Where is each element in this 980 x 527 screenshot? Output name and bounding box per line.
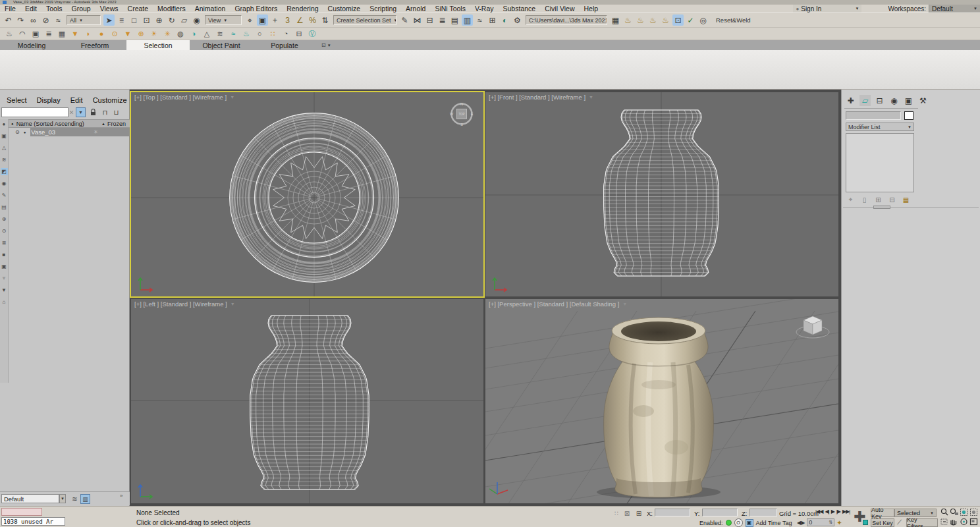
toggle-ribbon-icon[interactable]: ▤ (449, 14, 460, 26)
display-hidden-icon[interactable]: ▣ (1, 263, 8, 270)
select-object-icon[interactable]: ➤ (103, 14, 115, 26)
viewport-filter-icon[interactable]: ▼ (589, 95, 593, 99)
curve-editor-icon[interactable]: ≈ (474, 14, 485, 26)
go-to-start-button[interactable]: |◀◀ (815, 509, 823, 514)
viewcube-compass[interactable]: TOP N E S W (450, 102, 474, 126)
show-end-result-icon[interactable]: ▯ (859, 195, 869, 204)
lock-icon[interactable] (88, 107, 98, 117)
vray-sphere-icon[interactable]: ◑ (188, 29, 199, 39)
new-key-filter-icon[interactable]: ⟋ (897, 518, 902, 526)
frozen-column-header[interactable]: Frozen (107, 121, 126, 127)
pin-stack-icon[interactable]: ⌖ (846, 195, 856, 204)
orbit-icon[interactable] (961, 519, 967, 525)
spinner-icon[interactable]: ⇅ (829, 520, 832, 525)
vray-mountain-icon[interactable]: △ (202, 29, 212, 39)
layer-selector[interactable]: Default (1, 494, 59, 503)
menu-item[interactable]: Graph Editors (230, 5, 282, 13)
display-containers-icon[interactable]: ≣ (1, 239, 8, 246)
menu-item[interactable]: Customize (323, 5, 366, 13)
mirror-icon[interactable]: ⋈ (412, 14, 423, 26)
schematic-view-icon[interactable]: ⊞ (487, 14, 498, 26)
select-scale-icon[interactable]: ▱ (178, 14, 190, 26)
layer-selector-button[interactable]: ▼ (59, 494, 66, 503)
y-coordinate-field[interactable] (702, 509, 738, 516)
material-editor-icon[interactable]: ◐ (499, 14, 510, 26)
render-iterative-icon[interactable]: ♨ (635, 14, 646, 26)
menu-item[interactable]: Views (95, 5, 123, 13)
render-setup-icon[interactable]: ⚙ (512, 14, 523, 26)
modifier-stack[interactable] (846, 133, 914, 192)
next-frame-button[interactable]: |▶ (836, 509, 840, 514)
explorer-search-input[interactable] (1, 107, 68, 117)
filter-funnel-icon[interactable]: ▼ (1, 287, 8, 294)
selection-filter-dropdown[interactable]: All▼ (67, 15, 101, 25)
z-coordinate-field[interactable] (749, 509, 777, 516)
reset-weld-button[interactable]: Reset&Weld (716, 16, 751, 24)
menu-item[interactable]: Arnold (401, 5, 430, 13)
maxscript-mini-listener[interactable] (1, 508, 42, 516)
maxscript-listener-line[interactable]: 1038 unused Ar (1, 517, 65, 526)
make-unique-icon[interactable]: ⊞ (873, 195, 883, 204)
select-rotate-icon[interactable]: ↻ (166, 14, 177, 26)
display-tab-icon[interactable]: ▣ (903, 95, 914, 106)
selection-lock-icon[interactable]: ⊠ (622, 509, 632, 518)
menu-item[interactable]: Help (579, 5, 603, 13)
menu-item[interactable]: Civil View (540, 5, 579, 13)
filter-funnel-icon[interactable]: ▼ (76, 107, 86, 117)
viewport-label-left[interactable]: [+] [Left ] [Standard ] [Wireframe ] ▼ (134, 300, 235, 308)
maximize-viewport-icon[interactable] (971, 519, 977, 525)
vray-sky-icon[interactable]: ✳ (162, 29, 173, 39)
pan-hand-icon[interactable] (951, 520, 957, 525)
chevrons-more-icon[interactable]: » (120, 493, 122, 499)
viewport-filter-icon[interactable]: ▼ (231, 302, 235, 306)
vray-light-sphere-icon[interactable]: ● (96, 29, 107, 39)
review-check-icon[interactable]: ✓ (685, 14, 696, 26)
vray-v-icon[interactable]: Ⓥ (307, 29, 317, 39)
select-by-name-icon[interactable]: ≡ (116, 14, 127, 26)
remove-modifier-icon[interactable]: ⊟ (887, 195, 897, 204)
panel-splitter[interactable] (843, 208, 979, 208)
select-move-icon[interactable]: ⊕ (153, 14, 165, 26)
x-coordinate-field[interactable] (655, 509, 690, 516)
menu-item[interactable]: V-Ray (470, 5, 499, 13)
visibility-eye-icon[interactable]: ⊙ (15, 129, 20, 135)
display-cameras-icon[interactable]: ◩ (1, 168, 8, 175)
display-lights-icon[interactable]: ≋ (1, 156, 8, 163)
select-link-icon[interactable]: ∞ (28, 14, 39, 26)
scene-explorer-icon[interactable]: ▥ (462, 14, 473, 26)
explorer-menu-item[interactable]: Select (7, 96, 27, 104)
workspace-dropdown[interactable]: Default ▼ (929, 5, 980, 13)
hierarchy-tab-icon[interactable]: ⊟ (874, 95, 885, 106)
frame-arrows-icon[interactable]: ◀▶ (797, 520, 805, 526)
menu-item[interactable]: Edit (20, 5, 41, 13)
vase-3d-model[interactable] (597, 318, 721, 499)
snap-3d-icon[interactable]: 3 (282, 14, 293, 26)
viewport-filter-icon[interactable]: ▼ (230, 95, 234, 99)
rendered-frame-icon[interactable]: ▦ (610, 14, 621, 26)
menu-item[interactable]: Tools (41, 5, 67, 13)
viewport-label-perspective[interactable]: [+] [Perspective ] [Standard ] [Default … (489, 300, 627, 308)
vray-light-dome-icon[interactable]: ◗ (83, 29, 94, 39)
menu-item[interactable]: Rendering (282, 5, 323, 13)
o-toggle[interactable]: O (734, 518, 743, 527)
menu-item[interactable]: Scripting (365, 5, 401, 13)
window-crossing-icon[interactable]: ⊡ (141, 14, 152, 26)
viewport-label-front[interactable]: [+] [Front ] [Standard ] [Wireframe ] ▼ (489, 94, 593, 101)
explorer-menu-item[interactable]: Edit (70, 96, 83, 104)
select-manipulate-icon[interactable]: + (269, 14, 281, 26)
frozen-snowflake-icon[interactable]: ✳ (94, 129, 98, 135)
configure-modifier-sets-icon[interactable]: ▦ (901, 195, 911, 204)
selection-set-dropdown[interactable]: Create Selection Set▼ (333, 15, 396, 25)
render-preset-icon[interactable]: ♨ (647, 14, 659, 26)
vray-p-icon[interactable]: ◔ (281, 29, 291, 39)
modify-tab-icon[interactable]: ▱ (859, 95, 871, 106)
create-tab-icon[interactable]: ✚ (845, 95, 856, 106)
key-icon[interactable]: ✦ (836, 519, 842, 526)
zoom-extents-all-icon[interactable] (971, 509, 977, 516)
vray-dots-icon[interactable]: ∷ (267, 29, 278, 39)
clear-search-icon[interactable]: ✕ (67, 107, 76, 117)
state-sets-icon[interactable]: ⊡ (672, 14, 684, 26)
select-place-icon[interactable]: ◉ (191, 14, 202, 26)
display-xrefs-icon[interactable]: ⊕ (1, 215, 8, 223)
use-pivot-center-icon[interactable]: ⌖ (244, 14, 256, 26)
